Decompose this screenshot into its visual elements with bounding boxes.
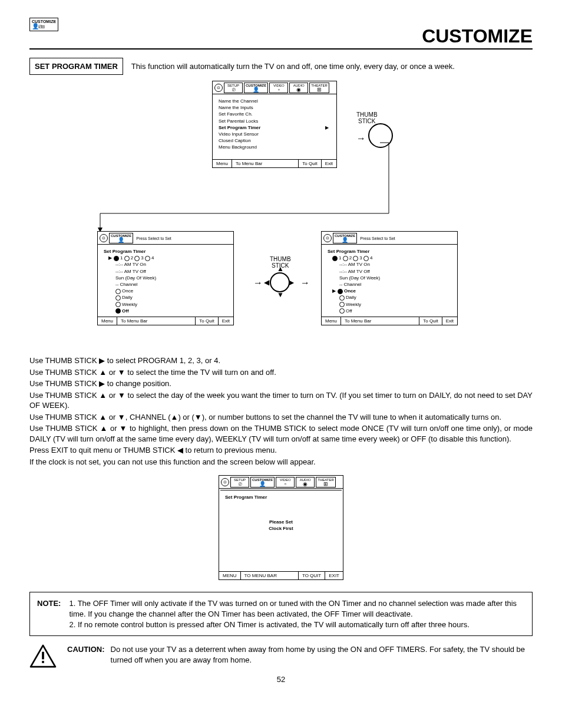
page-title: CUSTOMIZE (29, 25, 533, 50)
note-label: NOTE: (37, 598, 61, 630)
footer-toquit: TO QUIT (298, 572, 325, 579)
note-box: NOTE: 1. The OFF Timer will only activat… (29, 592, 533, 636)
instruction-line: Use THUMB STICK ▶ to change position. (29, 378, 533, 389)
osd-body: Set Program Timer Please Set Clock First (219, 489, 343, 571)
thumbstick-label-1: THUMBSTICK (356, 111, 378, 124)
svg-rect-0 (42, 652, 44, 660)
knob-icon: ⊙ (221, 478, 229, 486)
clock-msg1: Please Set (225, 519, 337, 525)
osd-footer: Menu To Menu Bar To Quit Exit (322, 317, 457, 325)
tab-theater: THEATER⊞ (316, 477, 336, 487)
instruction-line: Use THUMB STICK ▲ or ▼ to highlight, the… (29, 423, 533, 444)
diagrams: ⊙ SETUP⎚ CUSTOMIZE👤 VIDEO▫ AUDIO◉ THEATE… (29, 81, 533, 352)
connector-line-1 (100, 143, 377, 231)
tab-customize: CUSTOMIZE👤 (333, 233, 357, 243)
footer-tomb: To Menu Bar (340, 317, 419, 325)
arrow-right-1: → (356, 134, 366, 143)
osd-timer-left: ⊙ CUSTOMIZE👤 Press Select to Set Set Pro… (97, 231, 234, 325)
menu-item: Video Input Sensor (219, 131, 330, 137)
badge-icons: 👤⎚⊞ (32, 24, 56, 29)
tab-customize: CUSTOMIZE👤 (244, 83, 268, 93)
footer-menu: Menu (322, 317, 340, 325)
menu-item: Name the Channel (219, 98, 330, 104)
press-select: Press Select to Set (134, 236, 171, 241)
instruction-line: Press EXIT to quit menu or THUMB STICK ◀… (29, 445, 533, 456)
note-item-2: 2. If no remote control button is presse… (69, 620, 525, 630)
instruction-line: Use THUMB STICK ▲ or ▼ to select the day… (29, 390, 533, 411)
osd-footer: MENU TO MENU BAR TO QUIT EXIT (219, 571, 343, 579)
menu-item: Set Favorite Ch. (219, 111, 330, 117)
footer-toquit: To Quit (419, 317, 441, 325)
instruction-line: Use THUMB STICK ▲ or ▼, CHANNEL (▲) or (… (29, 412, 533, 423)
footer-tomb: To Menu Bar (117, 317, 195, 325)
footer-toquit: To Quit (195, 317, 217, 325)
instruction-line: Use THUMB STICK ▲ or ▼ to select the tim… (29, 367, 533, 378)
tab-setup: SETUP⎚ (230, 477, 249, 487)
osd-body: Set Program Timer▶1 2 3 4 --:-- AM TV On… (98, 245, 233, 317)
osd-tabbar: ⊙ CUSTOMIZE👤 Press Select to Set (322, 232, 457, 245)
page-number: 52 (29, 675, 533, 684)
footer-menu: MENU (219, 572, 240, 579)
section-title: SET PROGRAM TIMER (29, 58, 123, 75)
tab-video: VIDEO▫ (269, 83, 288, 93)
tab-theater: THEATER⊞ (309, 83, 329, 93)
footer-exit: Exit (218, 317, 233, 325)
menu-item: Set Parental Locks (219, 118, 330, 124)
caution-text: Do not use your TV as a deterrent when a… (111, 644, 533, 665)
section-description: This function will automatically turn th… (131, 62, 455, 71)
menu-item: Set Program Timer ▶ (219, 124, 330, 131)
arrow-right-2a: → (253, 278, 263, 288)
osd-clock-warning: ⊙ SETUP⎚ CUSTOMIZE👤 VIDEO▫ AUDIO◉ THEATE… (219, 475, 343, 580)
tab-audio: AUDIO◉ (289, 83, 308, 93)
osd-timer-right: ⊙ CUSTOMIZE👤 Press Select to Set Set Pro… (321, 231, 458, 325)
instruction-line: If the clock is not set, you can not use… (29, 457, 533, 467)
tab-customize: CUSTOMIZE👤 (250, 477, 275, 487)
osd-tabbar: ⊙ CUSTOMIZE👤 Press Select to Set (98, 232, 233, 245)
tab-video: VIDEO▫ (276, 477, 295, 487)
warning-icon (29, 644, 57, 668)
svg-rect-1 (42, 661, 44, 663)
note-item-1: 1. The OFF Timer will only activate if t… (69, 598, 525, 619)
clock-title: Set Program Timer (225, 495, 267, 500)
clock-msg2: Clock First (225, 525, 337, 532)
section-header: SET PROGRAM TIMER This function will aut… (29, 58, 533, 75)
footer-menu: Menu (98, 317, 117, 325)
knob-icon: ⊙ (100, 234, 108, 242)
footer-exit: Exit (442, 317, 457, 325)
customize-badge: CUSTOMIZE 👤⎚⊞ (29, 18, 58, 31)
knob-icon: ⊙ (323, 234, 332, 242)
tab-audio: AUDIO◉ (296, 477, 315, 487)
footer-tomb: TO MENU BAR (240, 572, 298, 579)
osd-tabbar: ⊙ SETUP⎚ CUSTOMIZE👤 VIDEO▫ AUDIO◉ THEATE… (219, 476, 343, 489)
caution-label: CAUTION: (67, 644, 105, 665)
osd-body: Set Program Timer1 2 3 4 --:-- AM TV On-… (322, 245, 457, 317)
press-select: Press Select to Set (358, 236, 395, 241)
footer-exit: EXIT (325, 572, 343, 579)
instruction-line: Use THUMB STICK ▶ to select PROGRAM 1, 2… (29, 355, 533, 366)
osd-tabbar: ⊙ SETUP⎚ CUSTOMIZE👤 VIDEO▫ AUDIO◉ THEATE… (213, 81, 336, 94)
arrow-right-2b: → (300, 278, 310, 288)
tab-setup: SETUP⎚ (224, 83, 243, 93)
instructions: Use THUMB STICK ▶ to select PROGRAM 1, 2… (29, 355, 533, 467)
menu-item: Name the Inputs (219, 104, 330, 111)
knob-icon: ⊙ (214, 84, 223, 92)
thumbstick-icon-2: ▲ ▼ ◀ ▶ (270, 272, 290, 292)
tab-customize: CUSTOMIZE👤 (109, 233, 133, 243)
osd-footer: Menu To Menu Bar To Quit Exit (98, 317, 233, 325)
caution-row: CAUTION: Do not use your TV as a deterre… (29, 644, 533, 668)
